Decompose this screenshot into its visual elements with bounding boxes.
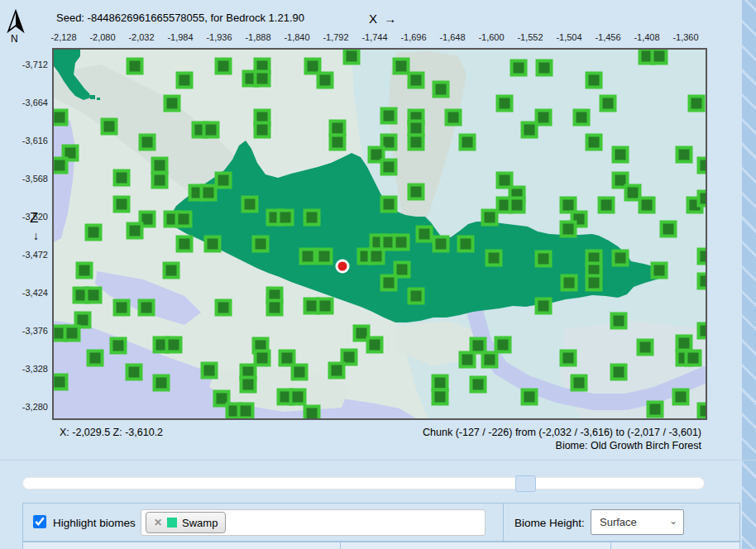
seed-label: Seed: -8448626961665578055, for Bedrock … [56,12,304,24]
horizontal-scrollbar[interactable] [22,477,705,489]
z-tick: -3,280 [13,402,48,412]
horizontal-scrollbar-thumb[interactable] [515,475,536,492]
x-tick: -1,792 [323,32,348,42]
x-axis-title: X → [369,12,398,26]
status-cursor-position: X: -2,029.5 Z: -3,610.2 [60,427,163,438]
north-compass-icon [6,9,26,34]
results-table-top-edge [22,542,740,549]
map-controls-panel: Highlight biomes ✕ Swamp Biome Height: S… [22,503,740,542]
panel-divider [503,504,504,541]
biome-height-select[interactable]: Surface [591,509,684,535]
map-frame [52,48,707,420]
z-tick: -3,568 [13,174,48,184]
x-tick: -1,696 [400,32,426,42]
x-tick: -1,552 [517,32,543,42]
biome-height-label: Biome Height: [514,517,585,529]
highlight-biomes-label[interactable]: Highlight biomes [53,517,136,529]
x-tick: -1,840 [284,32,309,42]
z-axis-arrow: ↓ [33,229,39,242]
x-tick: -1,408 [634,32,659,42]
remove-tag-icon[interactable]: ✕ [154,517,162,528]
x-tick: -1,456 [595,32,620,42]
biome-color-swatch [167,518,177,528]
biome-map-canvas[interactable] [54,50,706,418]
biome-tag-label: Swamp [182,517,218,529]
z-tick: -3,712 [13,60,48,69]
z-tick: -3,616 [13,136,48,146]
z-tick: -3,424 [13,288,48,298]
highlight-biomes-checkbox[interactable] [33,515,46,528]
x-tick: -1,360 [672,32,698,42]
z-tick: -3,520 [13,212,48,222]
table-column-divider [610,542,611,549]
x-tick: -1,744 [361,32,387,42]
x-tick: -1,888 [245,32,270,42]
status-chunk-info: Chunk (-127 / -226) from (-2,032 / -3,61… [423,427,701,438]
section-divider [0,460,756,461]
x-tick: -1,648 [439,32,465,42]
z-tick: -3,376 [13,326,48,336]
x-tick: -2,080 [89,32,115,42]
x-tick: -2,128 [50,32,76,42]
status-biome-info: Biome: Old Growth Birch Forest [556,440,701,451]
table-column-divider [340,542,341,549]
compass-north-label: N [11,33,18,45]
x-tick: -1,504 [556,32,581,42]
biome-tag-chip-swamp[interactable]: ✕ Swamp [146,512,226,533]
z-tick: -3,472 [13,250,48,260]
z-tick: -3,328 [13,364,48,374]
page-background-pattern [742,0,756,549]
x-tick: -1,600 [478,32,504,42]
biome-tag-input[interactable]: ✕ Swamp [141,509,486,536]
x-tick: -1,984 [167,32,193,42]
x-tick: -1,936 [206,32,232,42]
x-tick: -2,032 [128,32,154,42]
z-tick: -3,664 [13,98,48,107]
